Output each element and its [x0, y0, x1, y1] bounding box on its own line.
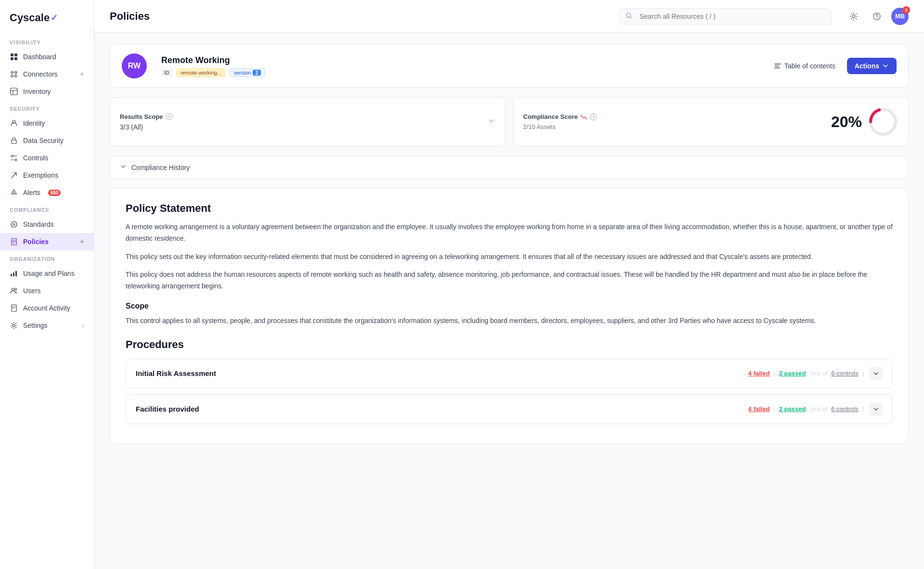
- policy-content-card: Policy Statement A remote working arrang…: [110, 188, 909, 444]
- sidebar-item-policies-label: Policies: [23, 238, 49, 246]
- sidebar-item-data-security[interactable]: Data Security: [0, 132, 94, 149]
- procedure-failed-1[interactable]: 4 failed: [748, 405, 770, 413]
- results-scope-label: Results Scope i: [120, 113, 173, 120]
- procedure-expand-1[interactable]: [869, 402, 883, 416]
- svg-rect-6: [12, 140, 16, 143]
- sidebar-item-users-label: Users: [23, 287, 41, 295]
- sidebar-item-identity[interactable]: Identity: [0, 115, 94, 132]
- logo: Cyscale✓: [0, 8, 94, 34]
- content-area: RW Remote Working ID remote-working... v…: [94, 33, 924, 569]
- connectors-add-icon[interactable]: +: [80, 70, 84, 78]
- account-activity-icon: [10, 304, 18, 312]
- policies-icon: [10, 237, 18, 246]
- actions-button[interactable]: Actions: [847, 58, 897, 74]
- policy-para-2: This policy sets out the key information…: [126, 251, 893, 263]
- procedure-controls-1[interactable]: 6 controls: [831, 405, 858, 413]
- connectors-icon: [10, 70, 18, 78]
- topbar: Policies MB 3: [94, 0, 924, 33]
- toc-label: Table of contents: [784, 62, 835, 70]
- compliance-score-label-text: Compliance Score: [523, 113, 578, 120]
- sidebar-item-connectors-label: Connectors: [23, 70, 58, 78]
- data-security-icon: [10, 136, 18, 145]
- exemptions-icon: [10, 171, 18, 180]
- procedure-header-1[interactable]: Facilities provided 4 failed | 2 passed …: [126, 395, 892, 424]
- svg-point-8: [15, 159, 17, 161]
- sidebar-item-alerts[interactable]: Alerts 680: [0, 184, 94, 201]
- svg-rect-0: [11, 53, 13, 56]
- inventory-icon: [10, 87, 18, 96]
- sidebar-item-settings[interactable]: Settings ›: [0, 317, 94, 334]
- tag-id-value: remote-working...: [176, 68, 226, 77]
- procedure-name-0: Initial Risk Assessment: [136, 369, 216, 377]
- metrics-row: Results Scope i 3/3 (All) Compliance Sco…: [110, 97, 909, 146]
- help-button[interactable]: [868, 8, 886, 25]
- svg-rect-14: [15, 271, 17, 276]
- procedure-controls-0[interactable]: 6 controls: [831, 370, 858, 377]
- avatar-notification-badge: 3: [902, 6, 910, 14]
- policy-para-1: A remote working arrangement is a volunt…: [126, 221, 893, 245]
- alerts-badge: 680: [48, 190, 61, 196]
- procedure-expand-0[interactable]: [869, 367, 883, 380]
- avatar-initials: MB: [895, 13, 905, 20]
- search-container: [620, 8, 832, 25]
- svg-point-9: [11, 221, 17, 227]
- procedure-stats-1: 4 failed | 2 passed (out of 6 controls ): [748, 405, 864, 413]
- svg-point-20: [852, 15, 855, 18]
- svg-rect-2: [11, 57, 13, 60]
- logo-check: ✓: [51, 13, 58, 23]
- tag-version-num: 2: [253, 70, 260, 76]
- compliance-history-label: Compliance History: [131, 164, 190, 171]
- dashboard-icon: [10, 52, 18, 61]
- results-scope-value: 3/3 (All): [120, 123, 173, 131]
- compliance-history-chevron-icon: [120, 163, 127, 171]
- compliance-assets: 2/10 Assets: [523, 123, 597, 130]
- identity-icon: [10, 119, 18, 128]
- sidebar-item-usage-plans-label: Usage and Plans: [23, 270, 75, 277]
- svg-rect-1: [14, 53, 17, 56]
- sidebar-item-standards[interactable]: Standards: [0, 216, 94, 233]
- compliance-score-ring: [868, 106, 898, 137]
- sidebar-item-inventory[interactable]: Inventory: [0, 83, 94, 100]
- results-scope-dropdown-icon[interactable]: [488, 117, 495, 127]
- results-scope-info-icon[interactable]: i: [166, 113, 173, 120]
- policies-add-icon[interactable]: +: [80, 237, 84, 246]
- compliance-history-section[interactable]: Compliance History: [110, 156, 909, 179]
- sidebar-item-exemptions[interactable]: Exemptions: [0, 167, 94, 184]
- sidebar-item-dashboard-label: Dashboard: [23, 53, 56, 61]
- tag-version-label: version: [234, 70, 251, 76]
- policy-avatar: RW: [122, 53, 147, 78]
- results-scope-card: Results Scope i 3/3 (All): [110, 97, 505, 146]
- search-icon: [626, 12, 632, 20]
- procedure-item-1: Facilities provided 4 failed | 2 passed …: [126, 394, 893, 424]
- policy-tags: ID remote-working... version 2: [161, 68, 265, 77]
- sidebar-item-usage-plans[interactable]: Usage and Plans: [0, 265, 94, 282]
- procedure-failed-0[interactable]: 4 failed: [748, 370, 770, 377]
- user-avatar[interactable]: MB 3: [891, 8, 909, 25]
- compliance-score-info-icon[interactable]: i: [590, 114, 597, 120]
- sidebar-item-dashboard[interactable]: Dashboard: [0, 48, 94, 65]
- procedure-name-1: Facilities provided: [136, 405, 199, 413]
- sidebar-item-identity-label: Identity: [23, 119, 45, 127]
- procedure-passed-1[interactable]: 2 passed: [779, 405, 806, 413]
- settings-arrow-icon: ›: [82, 322, 84, 329]
- svg-point-16: [15, 288, 17, 290]
- sidebar-item-connectors[interactable]: Connectors +: [0, 65, 94, 83]
- table-of-contents-button[interactable]: Table of contents: [768, 58, 841, 74]
- sidebar-item-controls[interactable]: Controls: [0, 149, 94, 167]
- procedure-passed-0[interactable]: 2 passed: [779, 370, 806, 377]
- sidebar-item-users[interactable]: Users: [0, 282, 94, 299]
- sidebar-item-standards-label: Standards: [23, 220, 54, 228]
- sidebar-item-account-activity[interactable]: Account Activity: [0, 299, 94, 317]
- sidebar-item-alerts-label: Alerts: [23, 189, 40, 196]
- svg-point-21: [877, 17, 878, 18]
- search-input[interactable]: [620, 8, 832, 25]
- policy-name: Remote Working: [161, 55, 265, 65]
- scope-para: This control applies to all systems, peo…: [126, 315, 893, 327]
- policy-statement-heading: Policy Statement: [126, 202, 893, 215]
- procedures-heading: Procedures: [126, 338, 893, 351]
- procedure-header-0[interactable]: Initial Risk Assessment 4 failed | 2 pas…: [126, 359, 892, 388]
- sidebar-item-account-activity-label: Account Activity: [23, 304, 70, 312]
- sidebar-item-policies[interactable]: Policies +: [0, 233, 94, 250]
- theme-toggle-button[interactable]: [845, 8, 862, 25]
- svg-point-10: [13, 223, 15, 225]
